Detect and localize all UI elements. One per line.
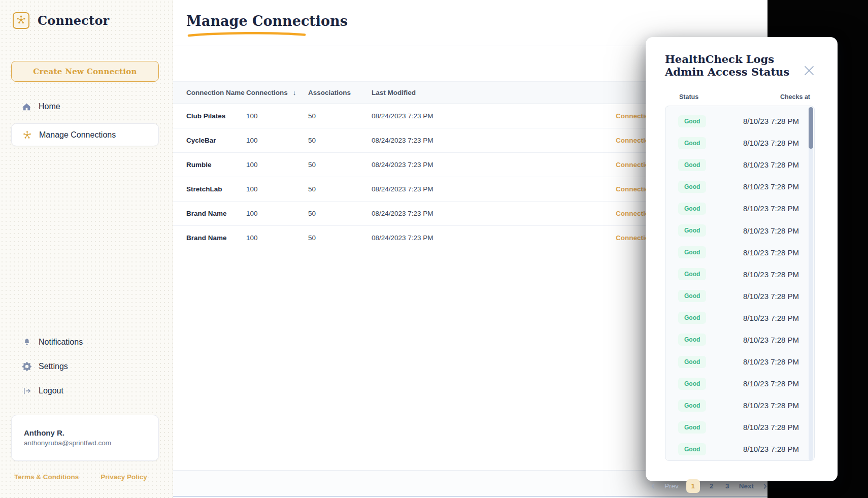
checked-at-value: 8/10/23 7:28 PM (743, 248, 799, 257)
sort-desc-icon[interactable]: ↓ (293, 89, 296, 96)
log-row: Good8/10/23 7:28 PM (665, 373, 814, 394)
create-new-connection-button[interactable]: Create New Connection (11, 61, 159, 82)
checked-at-value: 8/10/23 7:28 PM (743, 139, 799, 147)
window-bottom-edge (173, 496, 767, 497)
app-window: Connector Create New Connection Home (0, 0, 868, 498)
status-badge: Good (678, 203, 706, 215)
checked-at-value: 8/10/23 7:28 PM (743, 204, 799, 213)
col-header-connections[interactable]: Connections ↓ (246, 89, 308, 96)
title-underline (187, 31, 306, 38)
sidebar-item-settings[interactable]: Settings (11, 356, 159, 377)
healthcheck-logs-modal: HealthCheck Logs Admin Access Status Sta… (646, 37, 838, 481)
logout-icon (22, 386, 31, 396)
sidebar-item-label: Notifications (39, 338, 83, 347)
last-modified-cell: 08/24/2023 7:23 PM (372, 234, 616, 242)
chevron-left-icon[interactable] (650, 483, 657, 490)
log-row: Good8/10/23 7:28 PM (665, 438, 814, 460)
log-row: Good8/10/23 7:28 PM (665, 416, 814, 438)
sidebar-item-home[interactable]: Home (11, 96, 159, 117)
last-modified-cell: 08/24/2023 7:23 PM (372, 161, 616, 169)
col-header-connection-name[interactable]: Connection Name (186, 89, 246, 96)
last-modified-cell: 08/24/2023 7:23 PM (372, 185, 616, 193)
associations-count-cell: 50 (308, 185, 372, 193)
sidebar-item-label: Manage Connections (39, 130, 116, 140)
status-badge: Good (678, 378, 706, 390)
connection-name-cell: Club Pilates (186, 112, 246, 120)
next-button[interactable]: Next (739, 482, 754, 490)
user-name: Anthony R. (24, 428, 146, 437)
associations-count-cell: 50 (308, 210, 372, 217)
log-row: Good8/10/23 7:28 PM (665, 394, 814, 416)
log-row: Good8/10/23 7:28 PM (665, 285, 814, 307)
status-badge: Good (678, 290, 706, 302)
log-row: Good8/10/23 7:28 PM (665, 219, 814, 241)
associations-count-cell: 50 (308, 112, 372, 120)
sidebar-item-label: Logout (39, 386, 63, 395)
modal-col-checks-at: Checks at (780, 93, 810, 101)
associations-count-cell: 50 (308, 234, 372, 242)
sidebar-item-label: Settings (39, 362, 68, 371)
connections-count-cell: 100 (246, 185, 308, 193)
app-title: Connector (38, 13, 109, 28)
status-badge: Good (678, 246, 706, 258)
sidebar: Connector Create New Connection Home (0, 0, 173, 498)
sidebar-item-notifications[interactable]: Notifications (11, 332, 159, 352)
log-row: Good8/10/23 7:28 PM (665, 307, 814, 329)
healthcheck-log-list: Good8/10/23 7:28 PMGood8/10/23 7:28 PMGo… (665, 106, 815, 461)
status-badge: Good (678, 334, 706, 346)
checked-at-value: 8/10/23 7:28 PM (743, 445, 799, 453)
checked-at-value: 8/10/23 7:28 PM (743, 270, 799, 279)
checked-at-value: 8/10/23 7:28 PM (743, 292, 799, 301)
connections-count-cell: 100 (246, 161, 308, 169)
chevron-right-icon[interactable] (761, 483, 769, 490)
checked-at-value: 8/10/23 7:28 PM (743, 160, 799, 169)
hub-icon (16, 14, 26, 27)
privacy-link[interactable]: Privacy Policy (101, 473, 147, 481)
modal-title: HealthCheck Logs Admin Access Status (665, 53, 789, 78)
terms-link[interactable]: Terms & Conditions (14, 473, 79, 481)
log-row: Good8/10/23 7:28 PM (665, 197, 814, 219)
connections-count-cell: 100 (246, 112, 308, 120)
checked-at-value: 8/10/23 7:28 PM (743, 336, 799, 344)
scrollbar-thumb[interactable] (809, 107, 813, 149)
page-button-3[interactable]: 3 (723, 482, 731, 490)
status-badge: Good (678, 312, 706, 324)
page-buttons: 123 (686, 479, 731, 493)
home-icon (22, 102, 31, 112)
log-row: Good8/10/23 7:28 PM (665, 242, 814, 263)
checked-at-value: 8/10/23 7:28 PM (743, 314, 799, 322)
close-icon[interactable] (802, 63, 816, 78)
sidebar-item-logout[interactable]: Logout (11, 381, 159, 401)
prev-button[interactable]: Prev (664, 482, 679, 490)
status-badge: Good (678, 137, 706, 149)
user-email: anthonyruba@sprintfwd.com (24, 439, 146, 447)
checked-at-value: 8/10/23 7:28 PM (743, 423, 799, 431)
checked-at-value: 8/10/23 7:28 PM (743, 182, 799, 191)
checked-at-value: 8/10/23 7:28 PM (743, 117, 799, 125)
log-row: Good8/10/23 7:28 PM (665, 263, 814, 285)
log-row: Good8/10/23 7:28 PM (665, 329, 814, 351)
checked-at-value: 8/10/23 7:28 PM (743, 357, 799, 366)
hub-icon (22, 130, 32, 140)
checked-at-value: 8/10/23 7:28 PM (743, 379, 799, 388)
status-badge: Good (678, 159, 706, 171)
scrollbar-track[interactable] (809, 107, 813, 460)
connection-name-cell: CycleBar (186, 137, 246, 144)
connection-name-cell: Brand Name (186, 234, 246, 242)
log-row: Good8/10/23 7:28 PM (665, 351, 814, 373)
associations-count-cell: 50 (308, 161, 372, 169)
status-badge: Good (678, 356, 706, 368)
col-header-associations[interactable]: Associations (308, 89, 372, 96)
sidebar-item-label: Home (39, 102, 60, 111)
status-badge: Good (678, 268, 706, 280)
log-row: Good8/10/23 7:28 PM (665, 154, 814, 176)
log-row: Good8/10/23 7:28 PM (665, 132, 814, 154)
page-button-1[interactable]: 1 (686, 479, 700, 493)
sidebar-item-manage-connections[interactable]: Manage Connections (11, 123, 159, 146)
status-badge: Good (678, 443, 706, 455)
col-header-last-modified[interactable]: Last Modified (372, 89, 616, 96)
connections-count-cell: 100 (246, 210, 308, 217)
page-button-2[interactable]: 2 (708, 482, 716, 490)
logs-pagination: Prev 123 Next (651, 478, 767, 494)
connection-name-cell: Brand Name (186, 210, 246, 217)
